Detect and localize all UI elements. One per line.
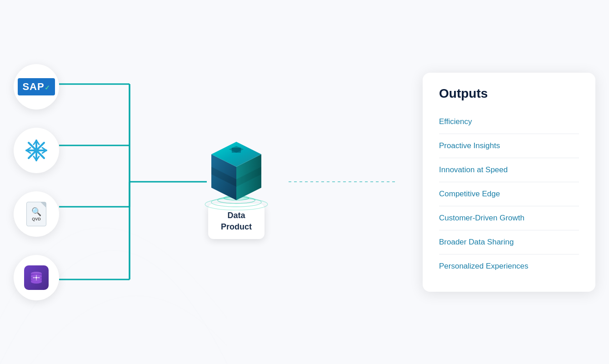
output-label-broader-data-sharing: Broader Data Sharing	[439, 238, 514, 246]
data-product-text: Data Product	[221, 210, 252, 231]
sap-check-icon: ✓	[45, 84, 50, 91]
output-item-efficiency: Efficiency	[439, 110, 579, 134]
sap-logo: SAP✓	[18, 78, 55, 95]
main-container: SAP✓	[0, 0, 609, 364]
qvd-search-icon: 🔍	[31, 207, 41, 217]
data-product-section: Data Product	[195, 112, 277, 239]
data-product-3d-box	[195, 112, 277, 212]
svg-point-21	[39, 277, 40, 278]
snowflake-icon	[25, 139, 48, 162]
svg-point-20	[33, 277, 35, 278]
outputs-title: Outputs	[439, 86, 579, 101]
svg-rect-32	[232, 147, 241, 152]
output-item-proactive-insights: Proactive Insights	[439, 134, 579, 158]
database-source-icon	[14, 255, 59, 300]
output-item-competitive-edge: Competitive Edge	[439, 182, 579, 206]
db-svg-icon	[29, 270, 44, 285]
output-item-personalized-experiences: Personalized Experiences	[439, 254, 579, 278]
database-icon	[24, 265, 49, 290]
output-item-customer-driven-growth: Customer-Driven Growth	[439, 206, 579, 230]
output-label-proactive-insights: Proactive Insights	[439, 141, 500, 150]
qvd-doc-shape: 🔍 QVD	[26, 202, 46, 226]
snowflake-source-icon	[14, 128, 59, 173]
output-label-innovation-at-speed: Innovation at Speed	[439, 165, 508, 174]
outputs-panel: Outputs Efficiency Proactive Insights In…	[423, 73, 595, 292]
sources-panel: SAP✓	[14, 64, 59, 300]
qvd-label-text: QVD	[32, 217, 41, 221]
isometric-box-svg	[195, 112, 277, 212]
qvd-icon: 🔍 QVD	[26, 202, 46, 226]
output-label-efficiency: Efficiency	[439, 117, 472, 126]
qvd-source-icon: 🔍 QVD	[14, 191, 59, 237]
svg-point-19	[35, 277, 37, 279]
output-item-innovation-at-speed: Innovation at Speed	[439, 158, 579, 182]
output-item-broader-data-sharing: Broader Data Sharing	[439, 230, 579, 254]
output-label-competitive-edge: Competitive Edge	[439, 189, 500, 198]
output-label-personalized-experiences: Personalized Experiences	[439, 262, 529, 270]
output-label-customer-driven-growth: Customer-Driven Growth	[439, 214, 524, 222]
sap-source-icon: SAP✓	[14, 64, 59, 110]
